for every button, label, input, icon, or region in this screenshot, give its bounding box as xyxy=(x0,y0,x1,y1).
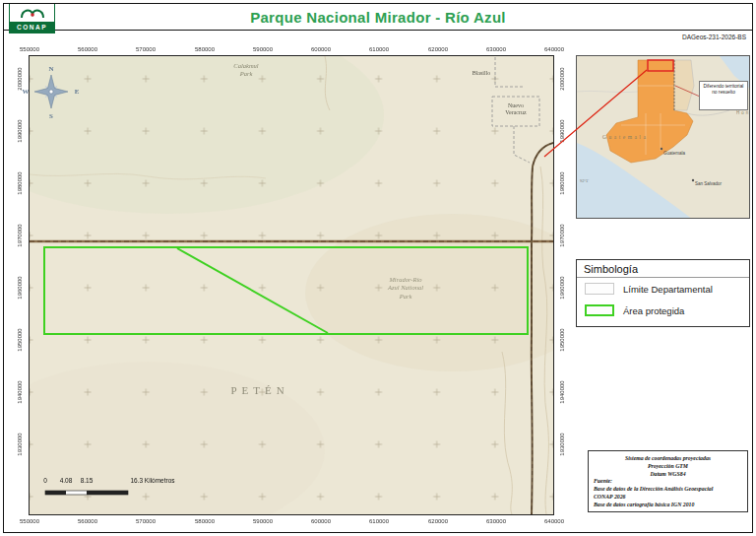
grid-coordinate-label: 550000 xyxy=(20,46,39,52)
conap-logo-text: CONAP xyxy=(10,22,54,33)
grid-coordinate-label: 560000 xyxy=(78,518,97,524)
legend-item-area-protegida: Área protegida xyxy=(577,300,749,321)
conap-emblem-icon xyxy=(10,4,54,22)
grid-coordinate-label: 1970000 xyxy=(559,224,565,246)
grid-coordinate-label: 1940000 xyxy=(17,380,23,403)
grid-coordinate-label: 1960000 xyxy=(559,276,565,299)
grid-coordinate-label: 1990000 xyxy=(17,119,23,142)
credits-line: Fuente: xyxy=(594,478,742,486)
grid-coordinate-label: 1930000 xyxy=(559,433,565,455)
territorial-note-callout: Diferendo territorial no resuelto xyxy=(699,81,748,110)
compass-s-label: S xyxy=(49,112,53,120)
legend-item-label: Límite Departamental xyxy=(623,284,713,295)
main-map xyxy=(29,55,554,515)
grid-coordinate-label: 570000 xyxy=(136,518,156,524)
credits-line: Datum WGS84 xyxy=(594,471,742,479)
grid-coordinate-label: 600000 xyxy=(311,518,331,524)
grid-coordinate-label: 1940000 xyxy=(559,380,565,403)
grid-coordinate-label: 2000000 xyxy=(559,67,565,90)
grid-coordinate-label: 580000 xyxy=(195,46,215,52)
compass-e-label: E xyxy=(75,88,80,96)
document-code: DAGeos-231-2026-BS xyxy=(682,34,746,40)
calakmul-park-label: Calakmul Park xyxy=(233,62,258,78)
grid-coordinate-label: 580000 xyxy=(195,518,215,524)
grid-coordinate-label: 1960000 xyxy=(17,276,23,299)
scale-bar xyxy=(45,491,128,495)
scale-label: 16.3 Kilómetros xyxy=(130,477,174,484)
scale-label: 4.08 xyxy=(60,477,73,484)
blasillo-label: Blasillo xyxy=(472,70,491,77)
capital-city-dot xyxy=(661,148,662,150)
legend-title: Simbología xyxy=(577,260,749,278)
grid-coordinate-label: 1980000 xyxy=(17,171,23,194)
legend-item-label: Área protegida xyxy=(623,305,684,316)
credits-panel: Sistema de coordenadas proyectadas Proye… xyxy=(588,450,748,512)
grid-coordinate-label: 630000 xyxy=(486,46,506,52)
protected-area-swatch xyxy=(585,304,614,316)
inset-san-salvador-label: San Salvador xyxy=(695,181,722,186)
grid-coordinate-label: 640000 xyxy=(544,518,564,524)
inset-capital-label: Guatemala xyxy=(663,151,685,156)
inset-honduras-label: Honduras xyxy=(736,110,750,115)
grid-coordinate-label: 620000 xyxy=(428,46,448,52)
grid-coordinate-label: 1950000 xyxy=(17,328,23,351)
departmental-limit-swatch xyxy=(585,283,614,295)
grid-coordinate-label: 640000 xyxy=(544,46,564,52)
peten-label: PETÉN xyxy=(230,384,288,396)
grid-coordinate-label: 620000 xyxy=(428,518,448,524)
compass-n-label: N xyxy=(48,65,53,73)
graticule-plus-grid xyxy=(30,56,553,514)
scale-label: 8.15 xyxy=(81,477,94,484)
header-bar: Parque Nacional Mirador - Río Azul xyxy=(4,4,752,31)
grid-coordinate-label: 600000 xyxy=(311,46,331,52)
grid-coordinate-label: 570000 xyxy=(136,46,156,52)
credits-line: Base de datos de la Dirección Análisis G… xyxy=(594,486,742,494)
grid-coordinate-label: 1990000 xyxy=(559,119,565,142)
main-map-canvas xyxy=(30,56,553,514)
nuevo-veracruz-label: Nuevo Veracruz xyxy=(505,102,526,116)
conap-logo: CONAP xyxy=(9,3,55,34)
grid-coordinate-label: 610000 xyxy=(369,46,389,52)
credits-line: CONAP 2026 xyxy=(594,494,742,502)
grid-coordinate-label: 590000 xyxy=(253,518,273,524)
grid-coordinate-label: 1980000 xyxy=(559,171,565,194)
scale-label: 0 xyxy=(43,477,47,484)
grid-coordinate-label: 1970000 xyxy=(17,224,23,246)
grid-coordinate-label: 1950000 xyxy=(559,328,565,351)
legend-item-limite-departamental: Límite Departamental xyxy=(577,278,749,300)
credits-line: Proyección GTM xyxy=(594,463,742,471)
compass-w-label: W xyxy=(23,88,30,96)
credits-line: Base de datos cartografía básica IGN 201… xyxy=(594,502,742,509)
credits-line: Sistema de coordenadas proyectadas xyxy=(594,455,742,463)
san-salvador-dot xyxy=(692,179,694,181)
grid-coordinate-label: 590000 xyxy=(253,46,273,52)
grid-coordinate-label: 1930000 xyxy=(17,433,23,455)
map-title: Parque Nacional Mirador - Río Azul xyxy=(4,4,752,31)
legend-panel: Simbología Límite Departamental Área pro… xyxy=(576,259,750,327)
grid-coordinate-label: 630000 xyxy=(486,518,506,524)
grid-coordinate-label: 560000 xyxy=(78,46,97,52)
grid-coordinate-label: 550000 xyxy=(20,518,39,524)
grid-coordinate-label: 610000 xyxy=(369,518,389,524)
inset-graticule-label: 92°1' xyxy=(580,178,589,183)
park-name-label: Mirador-Río Azul National Park xyxy=(388,276,423,301)
inset-country-label: Guatemala xyxy=(602,134,648,140)
